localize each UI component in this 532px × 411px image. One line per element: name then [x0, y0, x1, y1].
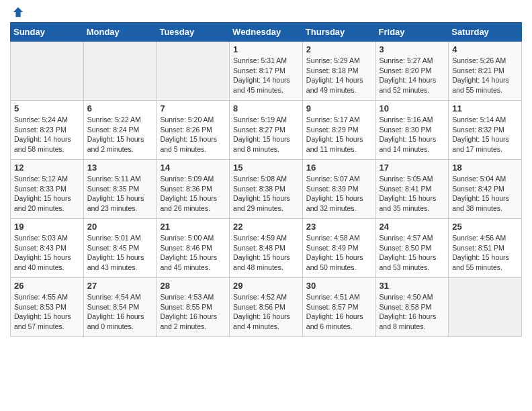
day-info: Sunrise: 4:54 AM Sunset: 8:54 PM Dayligh…: [87, 292, 153, 332]
day-number: 12: [14, 163, 80, 173]
day-number: 22: [233, 222, 299, 232]
calendar-cell: 16Sunrise: 5:07 AM Sunset: 8:39 PM Dayli…: [302, 160, 375, 219]
day-info: Sunrise: 4:53 AM Sunset: 8:55 PM Dayligh…: [160, 292, 226, 332]
day-number: 4: [452, 44, 518, 54]
weekday-header-wednesday: Wednesday: [230, 23, 303, 42]
weekday-header-saturday: Saturday: [449, 23, 522, 42]
weekday-header-tuesday: Tuesday: [157, 23, 230, 42]
day-number: 2: [306, 44, 372, 54]
day-number: 19: [14, 222, 80, 232]
day-info: Sunrise: 5:17 AM Sunset: 8:29 PM Dayligh…: [306, 115, 372, 154]
calendar-cell: 25Sunrise: 4:56 AM Sunset: 8:51 PM Dayli…: [449, 219, 522, 278]
day-number: 18: [452, 163, 518, 173]
calendar-cell: 10Sunrise: 5:16 AM Sunset: 8:30 PM Dayli…: [375, 101, 449, 160]
logo: [10, 10, 24, 17]
logo-icon: [12, 6, 24, 18]
calendar-cell: [83, 42, 157, 101]
calendar-cell: 11Sunrise: 5:14 AM Sunset: 8:32 PM Dayli…: [449, 101, 522, 160]
day-number: 5: [14, 103, 80, 113]
day-number: 27: [87, 281, 153, 291]
day-number: 3: [380, 44, 445, 54]
day-info: Sunrise: 4:59 AM Sunset: 8:48 PM Dayligh…: [233, 233, 299, 273]
day-info: Sunrise: 4:55 AM Sunset: 8:53 PM Dayligh…: [14, 292, 80, 332]
day-info: Sunrise: 5:03 AM Sunset: 8:43 PM Dayligh…: [14, 233, 80, 273]
day-info: Sunrise: 5:22 AM Sunset: 8:24 PM Dayligh…: [87, 115, 153, 154]
calendar-cell: 19Sunrise: 5:03 AM Sunset: 8:43 PM Dayli…: [11, 219, 84, 278]
calendar-cell: 9Sunrise: 5:17 AM Sunset: 8:29 PM Daylig…: [302, 101, 375, 160]
calendar-cell: 20Sunrise: 5:01 AM Sunset: 8:45 PM Dayli…: [83, 219, 157, 278]
calendar-cell: 15Sunrise: 5:08 AM Sunset: 8:38 PM Dayli…: [230, 160, 303, 219]
day-number: 20: [87, 222, 153, 232]
day-info: Sunrise: 5:11 AM Sunset: 8:35 PM Dayligh…: [87, 174, 153, 214]
day-info: Sunrise: 5:00 AM Sunset: 8:46 PM Dayligh…: [160, 233, 226, 273]
day-info: Sunrise: 5:19 AM Sunset: 8:27 PM Dayligh…: [233, 115, 299, 154]
day-info: Sunrise: 5:01 AM Sunset: 8:45 PM Dayligh…: [87, 233, 153, 273]
weekday-header-sunday: Sunday: [11, 23, 84, 42]
page-container: SundayMondayTuesdayWednesdayThursdayFrid…: [0, 0, 532, 344]
calendar-cell: 2Sunrise: 5:29 AM Sunset: 8:18 PM Daylig…: [302, 42, 375, 101]
day-number: 6: [87, 103, 153, 113]
day-info: Sunrise: 5:29 AM Sunset: 8:18 PM Dayligh…: [306, 56, 372, 95]
header: [10, 10, 522, 17]
svg-marker-0: [13, 7, 23, 17]
day-number: 7: [160, 103, 226, 113]
day-number: 9: [306, 103, 372, 113]
calendar-cell: 7Sunrise: 5:20 AM Sunset: 8:26 PM Daylig…: [157, 101, 230, 160]
day-info: Sunrise: 5:12 AM Sunset: 8:33 PM Dayligh…: [14, 174, 80, 214]
day-info: Sunrise: 5:26 AM Sunset: 8:21 PM Dayligh…: [452, 56, 518, 95]
day-number: 30: [306, 281, 372, 291]
day-number: 15: [233, 163, 299, 173]
day-info: Sunrise: 4:50 AM Sunset: 8:58 PM Dayligh…: [380, 292, 445, 332]
day-number: 16: [306, 163, 372, 173]
calendar-cell: 21Sunrise: 5:00 AM Sunset: 8:46 PM Dayli…: [157, 219, 230, 278]
calendar-cell: 26Sunrise: 4:55 AM Sunset: 8:53 PM Dayli…: [11, 278, 84, 337]
day-number: 1: [233, 44, 299, 54]
calendar-week-row: 12Sunrise: 5:12 AM Sunset: 8:33 PM Dayli…: [11, 160, 522, 219]
day-info: Sunrise: 5:08 AM Sunset: 8:38 PM Dayligh…: [233, 174, 299, 214]
day-number: 14: [160, 163, 226, 173]
day-info: Sunrise: 5:24 AM Sunset: 8:23 PM Dayligh…: [14, 115, 80, 154]
calendar-cell: 24Sunrise: 4:57 AM Sunset: 8:50 PM Dayli…: [375, 219, 449, 278]
calendar-cell: 23Sunrise: 4:58 AM Sunset: 8:49 PM Dayli…: [302, 219, 375, 278]
day-info: Sunrise: 5:16 AM Sunset: 8:30 PM Dayligh…: [380, 115, 445, 154]
day-number: 17: [380, 163, 445, 173]
calendar-table: SundayMondayTuesdayWednesdayThursdayFrid…: [10, 22, 522, 337]
calendar-cell: 31Sunrise: 4:50 AM Sunset: 8:58 PM Dayli…: [375, 278, 449, 337]
day-number: 23: [306, 222, 372, 232]
day-number: 29: [233, 281, 299, 291]
day-number: 8: [233, 103, 299, 113]
day-info: Sunrise: 4:57 AM Sunset: 8:50 PM Dayligh…: [380, 233, 445, 273]
day-number: 28: [160, 281, 226, 291]
calendar-cell: 29Sunrise: 4:52 AM Sunset: 8:56 PM Dayli…: [230, 278, 303, 337]
day-info: Sunrise: 5:31 AM Sunset: 8:17 PM Dayligh…: [233, 56, 299, 95]
calendar-cell: 4Sunrise: 5:26 AM Sunset: 8:21 PM Daylig…: [449, 42, 522, 101]
calendar-week-row: 19Sunrise: 5:03 AM Sunset: 8:43 PM Dayli…: [11, 219, 522, 278]
calendar-cell: [11, 42, 84, 101]
calendar-cell: 5Sunrise: 5:24 AM Sunset: 8:23 PM Daylig…: [11, 101, 84, 160]
day-info: Sunrise: 5:09 AM Sunset: 8:36 PM Dayligh…: [160, 174, 226, 214]
weekday-header-row: SundayMondayTuesdayWednesdayThursdayFrid…: [11, 23, 522, 42]
day-number: 26: [14, 281, 80, 291]
day-number: 24: [380, 222, 445, 232]
weekday-header-thursday: Thursday: [302, 23, 375, 42]
day-info: Sunrise: 4:58 AM Sunset: 8:49 PM Dayligh…: [306, 233, 372, 273]
calendar-body: 1Sunrise: 5:31 AM Sunset: 8:17 PM Daylig…: [11, 42, 522, 337]
calendar-cell: [449, 278, 522, 337]
day-number: 31: [380, 281, 445, 291]
calendar-cell: 13Sunrise: 5:11 AM Sunset: 8:35 PM Dayli…: [83, 160, 157, 219]
calendar-cell: 18Sunrise: 5:04 AM Sunset: 8:42 PM Dayli…: [449, 160, 522, 219]
day-number: 13: [87, 163, 153, 173]
calendar-cell: 6Sunrise: 5:22 AM Sunset: 8:24 PM Daylig…: [83, 101, 157, 160]
calendar-cell: 3Sunrise: 5:27 AM Sunset: 8:20 PM Daylig…: [375, 42, 449, 101]
day-info: Sunrise: 5:05 AM Sunset: 8:41 PM Dayligh…: [380, 174, 445, 214]
calendar-cell: 14Sunrise: 5:09 AM Sunset: 8:36 PM Dayli…: [157, 160, 230, 219]
day-info: Sunrise: 5:27 AM Sunset: 8:20 PM Dayligh…: [380, 56, 445, 95]
calendar-cell: 27Sunrise: 4:54 AM Sunset: 8:54 PM Dayli…: [83, 278, 157, 337]
calendar-cell: 17Sunrise: 5:05 AM Sunset: 8:41 PM Dayli…: [375, 160, 449, 219]
day-number: 11: [452, 103, 518, 113]
day-info: Sunrise: 5:04 AM Sunset: 8:42 PM Dayligh…: [452, 174, 518, 214]
calendar-cell: 1Sunrise: 5:31 AM Sunset: 8:17 PM Daylig…: [230, 42, 303, 101]
calendar-week-row: 1Sunrise: 5:31 AM Sunset: 8:17 PM Daylig…: [11, 42, 522, 101]
calendar-cell: [157, 42, 230, 101]
weekday-header-friday: Friday: [375, 23, 449, 42]
